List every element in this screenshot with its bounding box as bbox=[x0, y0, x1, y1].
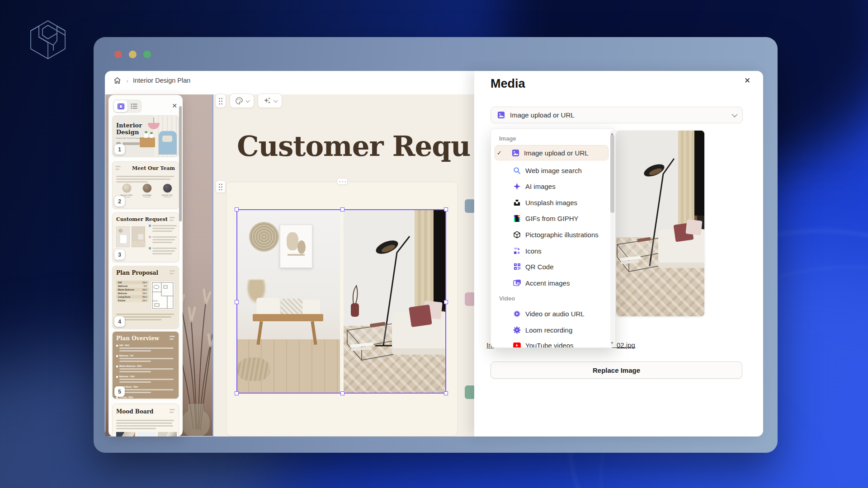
wooden-bench bbox=[253, 314, 323, 321]
filename-fragment: 02.jpg bbox=[617, 341, 635, 349]
chevron-down-icon bbox=[274, 98, 278, 103]
image-icon bbox=[511, 149, 520, 157]
menu-item-accent-images[interactable]: Accent images bbox=[495, 275, 609, 291]
team-avatar bbox=[163, 183, 172, 193]
member-role: Profession bbox=[138, 196, 156, 198]
menu-item-label: Video or audio URL bbox=[525, 310, 585, 318]
loom-icon bbox=[513, 326, 521, 334]
window-close-button[interactable] bbox=[114, 51, 122, 58]
team-avatar bbox=[122, 183, 132, 193]
replace-image-button[interactable]: Replace Image bbox=[491, 361, 742, 379]
menu-item-label: Accent images bbox=[525, 279, 570, 287]
menu-item-label: Icons bbox=[525, 247, 542, 255]
woven-pouf bbox=[237, 357, 270, 381]
list-view-button[interactable] bbox=[127, 100, 141, 112]
canvas-options-button[interactable] bbox=[215, 94, 226, 108]
menu-item-ai-images[interactable]: AI images bbox=[495, 178, 609, 194]
media-panel-close-icon[interactable]: ✕ bbox=[744, 76, 750, 85]
floor-plan-mini bbox=[151, 281, 175, 310]
palette-icon bbox=[235, 97, 243, 105]
thumb6-title: Mood Board bbox=[116, 408, 154, 415]
slide-thumbnail-4[interactable]: Plan Proposal Hall10m² Bathroom7m² Maste… bbox=[112, 266, 179, 329]
breadcrumb-separator-icon: › bbox=[126, 77, 128, 84]
media-source-select[interactable]: Image upload or URL bbox=[491, 107, 743, 123]
menu-item-youtube-videos[interactable]: YouTube videos bbox=[495, 338, 609, 348]
menu-item-gifs-from-giphy[interactable]: GIFs from GIPHY bbox=[495, 211, 609, 226]
block-more-button[interactable] bbox=[337, 178, 348, 185]
slide-thumbnail-3[interactable]: Customer Request 3 bbox=[112, 212, 179, 262]
window-zoom-button[interactable] bbox=[143, 51, 151, 58]
thumb1-title-line2: Design bbox=[116, 129, 142, 136]
block-drag-handle[interactable] bbox=[216, 180, 226, 193]
media-source-dropdown-menu: Image ✓ Image upload or URL Web image se… bbox=[491, 128, 615, 348]
thumb1-caption: Design Studio Team Plan Proposal bbox=[116, 137, 141, 139]
check-icon: ✓ bbox=[495, 150, 505, 156]
menu-item-label: Loom recording bbox=[525, 326, 572, 334]
brand-cube-logo bbox=[25, 17, 71, 62]
thumb5-title: Plan Overview bbox=[116, 335, 159, 342]
replace-image-label: Replace Image bbox=[593, 366, 640, 374]
menu-item-label: Unsplash images bbox=[525, 199, 577, 206]
image-icon bbox=[497, 111, 505, 119]
list-icon bbox=[131, 103, 138, 109]
sidebar-scrollbar[interactable] bbox=[179, 106, 182, 221]
slide-image-left[interactable] bbox=[236, 209, 340, 394]
home-icon[interactable] bbox=[113, 76, 122, 85]
thumb3-image bbox=[116, 226, 130, 247]
menu-item-label: Image upload or URL bbox=[524, 149, 589, 157]
menu-section-image: Image bbox=[499, 135, 516, 142]
breadcrumb-document-title[interactable]: Interior Design Plan bbox=[133, 77, 190, 84]
slide-thumbnail-6[interactable]: Mood Board bbox=[112, 404, 179, 436]
menu-item-web-image-search[interactable]: Web image search bbox=[495, 163, 609, 178]
chevron-down-icon bbox=[245, 98, 250, 103]
wooden-table bbox=[140, 137, 155, 147]
theme-palette-button[interactable] bbox=[230, 94, 254, 108]
pictographic-icon bbox=[513, 230, 521, 239]
sidebar-view-toggle bbox=[113, 99, 142, 113]
slide-image-right[interactable] bbox=[344, 209, 446, 394]
menu-item-pictographic-illustrations[interactable]: Pictographic illustrations bbox=[495, 227, 609, 242]
drag-dots-icon bbox=[218, 183, 223, 190]
unsplash-icon bbox=[513, 198, 521, 207]
thumb5-room-list: Hall - 10m² Bedroom - 7m² Master Bedroom… bbox=[116, 344, 176, 399]
jute-wall-decor bbox=[249, 222, 279, 252]
scroll-down-icon[interactable] bbox=[611, 342, 613, 344]
cushion bbox=[302, 300, 321, 316]
filmstrip-view-button[interactable] bbox=[114, 100, 127, 112]
thumb1-title-line1: Interior bbox=[116, 122, 142, 129]
glass-vase bbox=[181, 404, 210, 436]
blue-armchair bbox=[159, 131, 177, 155]
slide-number-badge: 5 bbox=[114, 386, 125, 397]
pink-pillow bbox=[685, 219, 702, 235]
menu-item-image-upload[interactable]: ✓ Image upload or URL bbox=[495, 145, 609, 160]
giphy-icon bbox=[513, 214, 521, 223]
menu-item-icons[interactable]: Icons bbox=[495, 243, 609, 258]
menu-item-unsplash-images[interactable]: Unsplash images bbox=[495, 195, 609, 210]
slide-number-badge: 1 bbox=[114, 144, 125, 155]
chevron-down-icon bbox=[732, 112, 738, 117]
menu-item-qr-code[interactable]: QR Code bbox=[495, 259, 609, 274]
thumb4-title: Plan Proposal bbox=[116, 270, 158, 276]
slide-number-badge: 4 bbox=[114, 316, 125, 327]
menu-item-loom-recording[interactable]: Loom recording bbox=[495, 322, 609, 338]
image-preview[interactable] bbox=[616, 131, 704, 316]
burgundy-pillow bbox=[409, 305, 432, 327]
breadcrumb: › Interior Design Plan bbox=[113, 75, 190, 86]
slide-thumbnail-2[interactable]: Meet Our Team Hannah Collins Profession … bbox=[112, 161, 179, 209]
menu-item-video-audio-url[interactable]: Video or audio URL bbox=[495, 306, 609, 321]
thumb3-title: Customer Request bbox=[116, 216, 168, 222]
web-search-icon bbox=[513, 166, 521, 175]
slide-thumbnail-1[interactable]: Interior Design Design Studio Team Plan … bbox=[112, 115, 179, 157]
sidebar-close-icon[interactable]: ✕ bbox=[172, 102, 177, 109]
menu-scrollbar-thumb[interactable] bbox=[610, 135, 614, 213]
ai-edit-button[interactable] bbox=[258, 94, 282, 108]
menu-item-label: AI images bbox=[525, 183, 556, 190]
slide-thumbnail-5[interactable]: Plan Overview Hall - 10m² Bedroom - 7m² … bbox=[112, 331, 179, 399]
member-role: Profession bbox=[159, 196, 176, 198]
window-minimize-button[interactable] bbox=[129, 51, 137, 58]
ellipsis-icon bbox=[339, 181, 346, 183]
slide-number-badge: 2 bbox=[114, 196, 125, 206]
patterned-cushion bbox=[281, 299, 302, 316]
qr-code-icon bbox=[513, 263, 521, 271]
team-avatar bbox=[142, 183, 152, 193]
